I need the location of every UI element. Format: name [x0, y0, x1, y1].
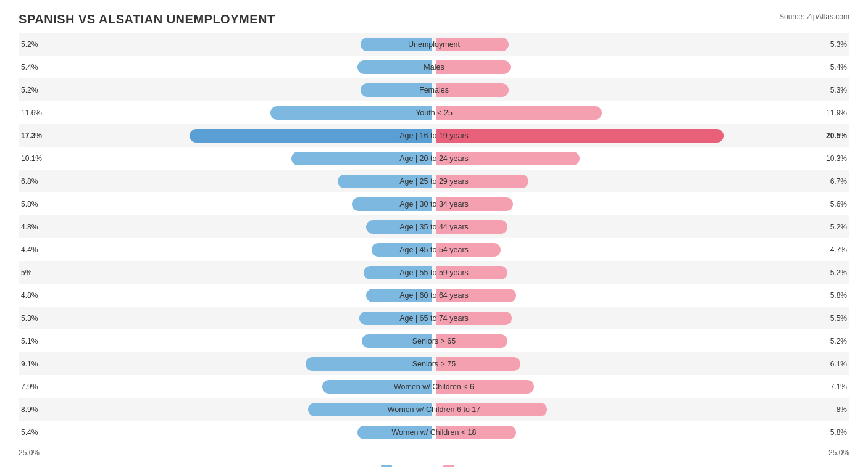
right-bar — [436, 312, 512, 325]
left-section: 8.9% — [19, 398, 434, 421]
left-section: 5.2% — [19, 33, 434, 56]
bar-row: 5% Age | 55 to 59 years 5.2% — [19, 261, 849, 284]
bar-row: 11.6% Youth < 25 11.9% — [19, 101, 849, 124]
chart-source: Source: ZipAtlas.com — [779, 12, 849, 21]
right-value: 5.3% — [830, 40, 847, 49]
legend-item-alsatian: Alsatian — [443, 465, 486, 467]
right-bar — [436, 197, 513, 211]
right-value: 8% — [837, 405, 847, 414]
x-axis: 25.0% 25.0% — [19, 448, 849, 457]
left-section: 10.1% — [19, 147, 434, 170]
right-bar — [436, 380, 534, 394]
bar-row: 5.2% Unemployment 5.3% — [19, 33, 849, 56]
left-section: 5.1% — [19, 329, 434, 352]
chart-header: SPANISH VS ALSATIAN UNEMPLOYMENT Source:… — [19, 12, 849, 27]
right-section: 5.3% — [434, 33, 849, 56]
left-section: 5.4% — [19, 421, 434, 444]
right-value: 6.1% — [830, 360, 847, 368]
right-section: 5.6% — [434, 192, 849, 215]
right-value: 5.5% — [830, 314, 847, 323]
left-section: 7.9% — [19, 375, 434, 398]
right-section: 4.7% — [434, 238, 849, 261]
chart-area: 5.2% Unemployment 5.3% 5.4% Males 5.4% 5… — [19, 33, 849, 444]
left-value: 5.3% — [21, 314, 38, 323]
right-value: 5.8% — [830, 428, 847, 437]
legend: Spanish Alsatian — [19, 465, 849, 467]
left-value: 5.8% — [21, 200, 38, 209]
left-value: 5.4% — [21, 63, 38, 72]
left-bar — [190, 129, 432, 143]
left-section: 5.4% — [19, 56, 434, 78]
right-value: 7.1% — [830, 382, 847, 391]
bar-row: 17.3% Age | 16 to 19 years 20.5% — [19, 124, 849, 147]
left-value: 8.9% — [21, 405, 38, 414]
right-value: 11.9% — [826, 109, 847, 117]
left-bar — [361, 38, 432, 51]
left-section: 5.8% — [19, 192, 434, 215]
right-bar — [436, 426, 516, 439]
right-value: 6.7% — [830, 177, 847, 186]
left-bar — [306, 357, 432, 371]
right-value: 5.2% — [830, 223, 847, 231]
left-section: 11.6% — [19, 101, 434, 124]
right-section: 5.8% — [434, 284, 849, 307]
bar-row: 8.9% Women w/ Children 6 to 17 8% — [19, 398, 849, 421]
bar-row: 5.4% Males 5.4% — [19, 56, 849, 78]
left-section: 5.2% — [19, 78, 434, 101]
left-bar — [357, 426, 432, 439]
right-bar — [436, 83, 509, 97]
bar-row: 7.9% Women w/ Children < 6 7.1% — [19, 375, 849, 398]
right-bar — [436, 266, 507, 279]
right-value: 5.2% — [830, 337, 847, 345]
left-bar — [364, 266, 432, 279]
right-section: 5.3% — [434, 78, 849, 101]
bar-row: 5.2% Females 5.3% — [19, 78, 849, 101]
left-bar — [362, 334, 432, 348]
right-section: 5.2% — [434, 261, 849, 284]
left-value: 4.8% — [21, 223, 38, 231]
left-section: 6.8% — [19, 170, 434, 192]
right-bar — [436, 334, 507, 348]
left-bar — [366, 220, 432, 234]
right-value: 4.7% — [830, 246, 847, 254]
right-value: 10.3% — [826, 154, 847, 163]
x-axis-right-label: 25.0% — [434, 448, 849, 457]
bar-row: 5.8% Age | 30 to 34 years 5.6% — [19, 192, 849, 215]
left-section: 4.8% — [19, 215, 434, 238]
right-section: 6.1% — [434, 352, 849, 375]
left-value: 5.4% — [21, 428, 38, 437]
bar-row: 5.4% Women w/ Children < 18 5.8% — [19, 421, 849, 444]
left-value: 4.4% — [21, 246, 38, 254]
right-section: 20.5% — [434, 124, 849, 147]
right-value: 5.4% — [830, 63, 847, 72]
legend-box-spanish — [381, 465, 392, 467]
right-value: 5.2% — [830, 268, 847, 277]
bar-row: 6.8% Age | 25 to 29 years 6.7% — [19, 170, 849, 192]
right-value: 5.6% — [830, 200, 847, 209]
bar-row: 5.3% Age | 65 to 74 years 5.5% — [19, 307, 849, 329]
bar-row: 10.1% Age | 20 to 24 years 10.3% — [19, 147, 849, 170]
left-value: 11.6% — [21, 109, 42, 117]
left-value: 17.3% — [21, 131, 42, 140]
left-value: 5.2% — [21, 86, 38, 94]
left-value: 10.1% — [21, 154, 42, 163]
bar-row: 9.1% Seniors > 75 6.1% — [19, 352, 849, 375]
right-section: 10.3% — [434, 147, 849, 170]
left-value: 6.8% — [21, 177, 38, 186]
left-value: 4.8% — [21, 291, 38, 300]
right-value: 20.5% — [826, 131, 847, 140]
right-section: 5.8% — [434, 421, 849, 444]
right-bar — [436, 403, 547, 416]
left-section: 4.8% — [19, 284, 434, 307]
left-bar — [359, 312, 432, 325]
right-bar — [436, 175, 528, 188]
right-bar — [436, 129, 724, 143]
right-bar — [436, 289, 516, 302]
left-bar — [352, 197, 432, 211]
left-value: 7.9% — [21, 382, 38, 391]
right-section: 8% — [434, 398, 849, 421]
bar-row: 4.8% Age | 35 to 44 years 5.2% — [19, 215, 849, 238]
left-section: 9.1% — [19, 352, 434, 375]
left-value: 5.2% — [21, 40, 38, 49]
left-section: 5.3% — [19, 307, 434, 329]
